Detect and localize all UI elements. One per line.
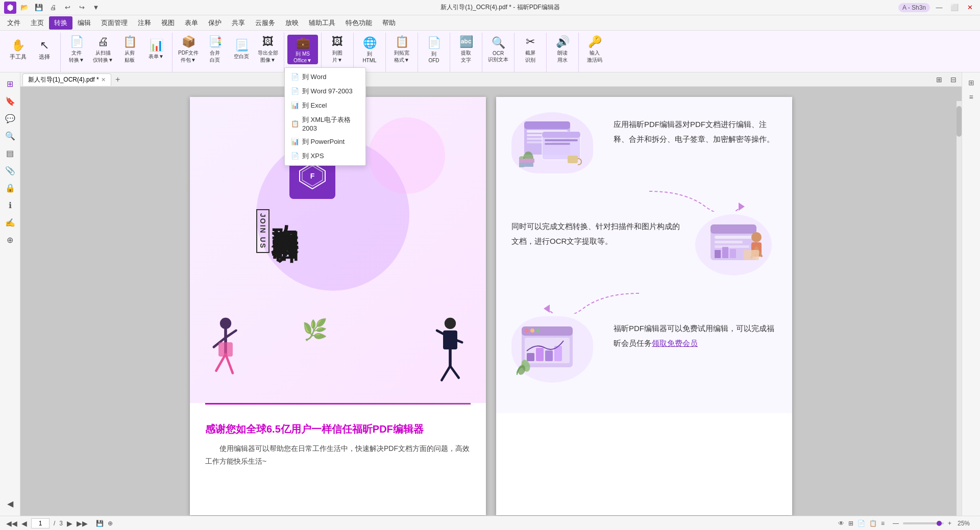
blank-btn[interactable]: 📃 空白页 xyxy=(229,35,254,64)
to-excel-btn[interactable]: 📊 到 Excel xyxy=(285,98,365,113)
to-ofd-btn[interactable]: 📄 到OFD xyxy=(421,35,447,64)
maximize-btn[interactable]: ⬜ xyxy=(948,2,961,14)
office-dropdown: 📄 到 Word 📄 到 Word 97-2003 📊 到 Excel 📋 到 … xyxy=(284,67,366,166)
menu-help[interactable]: 帮助 xyxy=(377,16,401,30)
more-btn[interactable]: ▼ xyxy=(90,2,102,14)
scan-convert-btn[interactable]: 🖨 从扫描仪转换▼ xyxy=(90,35,116,64)
right-panel-icon1[interactable]: ⊞ xyxy=(964,75,978,90)
close-btn[interactable]: ✕ xyxy=(964,2,976,14)
menu-home[interactable]: 主页 xyxy=(26,16,49,30)
to-image-btn[interactable]: 🖼 到图片▼ xyxy=(325,35,350,64)
xml-icon: 📋 xyxy=(291,120,299,128)
menu-protect[interactable]: 保护 xyxy=(203,16,227,30)
two-page-btn[interactable]: ⊟ xyxy=(947,73,960,86)
to-html-label: 到HTML xyxy=(362,51,376,63)
activate-btn[interactable]: 🔑 输入激活码 xyxy=(582,35,607,64)
menu-page-manage[interactable]: 页面管理 xyxy=(96,16,133,30)
menu-slideshow[interactable]: 放映 xyxy=(280,16,304,30)
divider-line xyxy=(205,403,471,405)
nav-first-btn[interactable]: ◀◀ xyxy=(6,519,17,527)
ms-office-btn[interactable]: 💼 到 MSOffice▼ xyxy=(287,35,318,64)
menu-share[interactable]: 共享 xyxy=(227,16,250,30)
extract-text-btn[interactable]: 🔤 提取文字 xyxy=(453,35,479,64)
extended-format-btn[interactable]: 📋 到拓宽格式▼ xyxy=(389,35,414,64)
menu-cloud[interactable]: 云服务 xyxy=(250,16,280,30)
to-xml-btn[interactable]: 📋 到 XML电子表格2003 xyxy=(285,113,365,135)
screenshot-btn[interactable]: ✂ 截屏识别 xyxy=(518,35,543,64)
page2-background: 应用福昕PDF编辑器对PDF文档进行编辑、注释、合并和拆分、电子签章、加密解密等… xyxy=(496,97,792,413)
file-convert-btn[interactable]: 📄 文件转换▼ xyxy=(64,35,89,64)
sidebar-info-icon[interactable]: ℹ xyxy=(2,197,18,213)
free-member-link[interactable]: 领取免费会员 xyxy=(652,339,698,347)
menu-file[interactable]: 文件 xyxy=(2,16,26,30)
figure-right xyxy=(430,316,471,383)
sidebar-signature-icon[interactable]: ✍ xyxy=(2,214,18,231)
menu-edit[interactable]: 编辑 xyxy=(72,16,96,30)
share-state-btn[interactable]: ⊕ xyxy=(108,520,113,527)
sidebar-bookmark-icon[interactable]: 🔖 xyxy=(2,93,18,109)
to-word-btn[interactable]: 📄 到 Word xyxy=(285,70,365,84)
sidebar-expand-btn[interactable]: ◀ xyxy=(2,495,18,512)
merge-btn[interactable]: 📑 合并白页 xyxy=(202,35,228,64)
menu-view[interactable]: 视图 xyxy=(156,16,180,30)
minimize-btn[interactable]: — xyxy=(933,2,945,14)
menu-special[interactable]: 特色功能 xyxy=(340,16,377,30)
sidebar-comment-icon[interactable]: 💬 xyxy=(2,110,18,127)
new-tab-btn[interactable]: + xyxy=(112,74,124,85)
save-btn[interactable]: 💾 xyxy=(33,2,45,14)
nav-next-btn[interactable]: ▶ xyxy=(67,519,72,527)
to-word97-btn[interactable]: 📄 到 Word 97-2003 xyxy=(285,84,365,98)
nav-last-btn[interactable]: ▶▶ xyxy=(77,519,88,527)
read-label: 朗读用水 xyxy=(557,49,568,64)
fit-page-btn[interactable]: ⊞ xyxy=(848,520,853,527)
document-content[interactable]: F JOIN US 欢迎来到福昕 xyxy=(20,87,962,516)
sidebar-layers-icon[interactable]: ▤ xyxy=(2,145,18,161)
page-number-input[interactable] xyxy=(31,518,50,528)
form-btn[interactable]: 📊 表单▼ xyxy=(143,35,169,64)
right-panel-icon2[interactable]: ≡ xyxy=(964,90,978,104)
ppt-icon: 📊 xyxy=(291,138,299,146)
hand-tool-btn[interactable]: ✋ 手工具 xyxy=(5,35,31,64)
sidebar-attachment-icon[interactable]: 📎 xyxy=(2,162,18,179)
menu-annotation[interactable]: 注释 xyxy=(133,16,156,30)
read-aloud-btn[interactable]: 🔊 朗读用水 xyxy=(550,35,575,64)
single-page-btn[interactable]: ⊞ xyxy=(933,73,945,86)
sidebar-search-icon[interactable]: 🔍 xyxy=(2,128,18,144)
menu-convert[interactable]: 转换 xyxy=(49,16,72,30)
sidebar-lock-icon[interactable]: 🔒 xyxy=(2,180,18,196)
to-html-btn[interactable]: 🌐 到HTML xyxy=(357,35,382,64)
open-file-btn[interactable]: 📂 xyxy=(18,2,31,14)
nav-prev-btn[interactable]: ◀ xyxy=(21,519,27,527)
pdf-package-btn[interactable]: 📦 PDF文件件包▼ xyxy=(176,35,201,64)
view-mode-icon[interactable]: 👁 xyxy=(838,520,844,527)
scrollbar-track[interactable] xyxy=(957,101,962,516)
redo-btn[interactable]: ↪ xyxy=(76,2,88,14)
ocr-btn[interactable]: 🔍 OCR识别文本 xyxy=(485,35,511,64)
tab-close-btn[interactable]: ✕ xyxy=(101,77,106,83)
to-powerpoint-btn[interactable]: 📊 到 PowerPoint xyxy=(285,135,365,149)
single-page-icon[interactable]: 📄 xyxy=(857,520,865,527)
scrollbar-thumb[interactable] xyxy=(957,106,962,137)
titlebar-right: A - Sh3n — ⬜ ✕ xyxy=(898,2,976,14)
feature-block-2: 同时可以完成文档转换、针对扫描件和图片构成的文档，进行OCR文字提取等。 xyxy=(511,214,777,275)
export-img-btn[interactable]: 🖼 导出全部图像▼ xyxy=(255,35,281,64)
zoom-slider[interactable] xyxy=(903,522,944,524)
document-tab[interactable]: 新人引导(1)_OCR(4).pdf * ✕ xyxy=(22,73,111,86)
menu-form[interactable]: 表单 xyxy=(180,16,203,30)
two-page-icon[interactable]: 📋 xyxy=(869,520,877,527)
select-icon: ↖ xyxy=(40,39,49,52)
feature1-text: 应用福昕PDF编辑器对PDF文档进行编辑、注释、合并和拆分、电子签章、加密解密等… xyxy=(614,117,777,146)
save-state-btn[interactable]: 💾 xyxy=(96,520,104,527)
undo-btn[interactable]: ↩ xyxy=(61,2,74,14)
feature2-text-block: 同时可以完成文档转换、针对扫描件和图片构成的文档，进行OCR文字提取等。 xyxy=(511,214,685,248)
to-xps-btn[interactable]: 📄 到 XPS xyxy=(285,149,365,163)
menu-assist[interactable]: 辅助工具 xyxy=(304,16,340,30)
scroll-icon[interactable]: ≡ xyxy=(881,520,885,527)
svg-rect-53 xyxy=(527,353,534,361)
print-btn[interactable]: 🖨 xyxy=(47,2,59,14)
clipboard-btn[interactable]: 📋 从剪贴板 xyxy=(117,35,142,64)
sidebar-thumbnail-icon[interactable]: ⊞ xyxy=(2,75,18,92)
svg-rect-44 xyxy=(722,247,728,258)
sidebar-stamp-icon[interactable]: ⊕ xyxy=(2,232,18,248)
select-btn[interactable]: ↖ 选择 xyxy=(32,35,57,64)
